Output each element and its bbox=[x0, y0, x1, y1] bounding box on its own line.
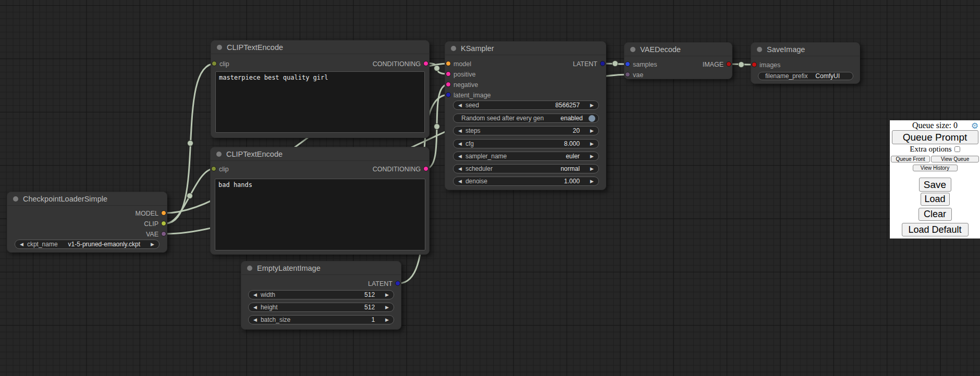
prompt-textarea[interactable]: bad hands bbox=[215, 179, 425, 250]
settings-gear-icon[interactable]: ⚙ bbox=[971, 121, 978, 131]
increment-arrow-icon[interactable]: ▶ bbox=[385, 318, 389, 322]
increment-arrow-icon[interactable]: ▶ bbox=[590, 103, 594, 108]
decrement-arrow-icon[interactable]: ◀ bbox=[458, 103, 462, 108]
increment-arrow-icon[interactable]: ▶ bbox=[590, 154, 594, 159]
link-midpoint-dot bbox=[434, 124, 440, 130]
increment-arrow-icon[interactable]: ▶ bbox=[590, 129, 594, 133]
link-midpoint-dot bbox=[612, 61, 618, 67]
view-queue-button[interactable]: View Queue bbox=[931, 156, 979, 162]
node-title-label: VAEDecode bbox=[640, 45, 681, 54]
clip-output-port[interactable] bbox=[161, 221, 166, 226]
queue-prompt-button[interactable]: Queue Prompt bbox=[892, 130, 978, 144]
collapse-dot-icon[interactable] bbox=[451, 46, 456, 51]
decrement-arrow-icon[interactable]: ◀ bbox=[253, 318, 257, 322]
node-titlebar[interactable]: CheckpointLoaderSimple bbox=[7, 192, 167, 206]
width-widget[interactable]: ◀ width 512 ▶ bbox=[248, 290, 394, 299]
filename-prefix-widget[interactable]: filename_prefix ComfyUI bbox=[758, 72, 853, 80]
decrement-arrow-icon[interactable]: ◀ bbox=[458, 129, 462, 133]
vae-output-port[interactable] bbox=[161, 231, 166, 236]
node-titlebar[interactable]: CLIPTextEncode bbox=[211, 147, 429, 161]
cfg-widget[interactable]: ◀ cfg 8.000 ▶ bbox=[453, 139, 599, 148]
image-output-port[interactable] bbox=[726, 61, 731, 67]
node-clip-text-encode-negative[interactable]: CLIPTextEncode clip CONDITIONING bad han… bbox=[210, 147, 430, 255]
node-empty-latent-image[interactable]: EmptyLatentImage LATENT ◀ width 512 ▶ ◀ … bbox=[241, 261, 401, 330]
increment-arrow-icon[interactable]: ▶ bbox=[385, 305, 389, 310]
increment-arrow-icon[interactable]: ▶ bbox=[385, 293, 389, 297]
collapse-dot-icon[interactable] bbox=[217, 45, 222, 50]
toggle-enabled-icon[interactable] bbox=[589, 115, 595, 122]
latent-output-port[interactable] bbox=[600, 61, 605, 66]
conditioning-output-port[interactable] bbox=[423, 166, 428, 171]
positive-input-port[interactable] bbox=[446, 71, 451, 77]
widget-name: width bbox=[261, 291, 275, 298]
node-titlebar[interactable]: CLIPTextEncode bbox=[211, 41, 429, 54]
decrement-arrow-icon[interactable]: ◀ bbox=[458, 179, 462, 184]
input-slot-label: latent_image bbox=[454, 92, 491, 99]
extra-options-checkbox[interactable] bbox=[954, 146, 960, 152]
increment-arrow-icon[interactable]: ▶ bbox=[151, 242, 154, 247]
widget-value: v1-5-pruned-emaonly.ckpt bbox=[68, 241, 141, 248]
batch-size-widget[interactable]: ◀ batch_size 1 ▶ bbox=[248, 315, 394, 324]
negative-input-port[interactable] bbox=[446, 82, 451, 87]
decrement-arrow-icon[interactable]: ◀ bbox=[253, 293, 257, 297]
queue-front-button[interactable]: Queue Front bbox=[891, 156, 930, 162]
collapse-dot-icon[interactable] bbox=[247, 266, 252, 271]
images-input-port[interactable] bbox=[752, 62, 757, 67]
node-ksampler[interactable]: KSampler model LATENT positive negative … bbox=[445, 41, 606, 190]
node-save-image[interactable]: SaveImage images filename_prefix ComfyUI bbox=[751, 42, 860, 84]
collapse-dot-icon[interactable] bbox=[630, 47, 635, 52]
increment-arrow-icon[interactable]: ▶ bbox=[590, 179, 594, 184]
latent-output-port[interactable] bbox=[395, 281, 400, 286]
sampler-name-widget[interactable]: ◀ sampler_name euler ▶ bbox=[453, 152, 599, 161]
widget-name: sampler_name bbox=[466, 153, 507, 160]
prompt-textarea[interactable]: masterpiece best quality girl bbox=[215, 71, 425, 133]
decrement-arrow-icon[interactable]: ◀ bbox=[253, 305, 257, 310]
increment-arrow-icon[interactable]: ▶ bbox=[590, 167, 594, 171]
conditioning-output-port[interactable] bbox=[423, 61, 428, 66]
clear-button[interactable]: Clear bbox=[918, 208, 952, 221]
seed-widget[interactable]: ◀ seed 8566257 ▶ bbox=[453, 101, 599, 110]
decrement-arrow-icon[interactable]: ◀ bbox=[458, 167, 462, 171]
collapse-dot-icon[interactable] bbox=[13, 196, 18, 202]
output-slot-label: CONDITIONING bbox=[373, 166, 421, 173]
denoise-widget[interactable]: ◀ denoise 1.000 ▶ bbox=[453, 177, 599, 186]
decrement-arrow-icon[interactable]: ◀ bbox=[458, 142, 462, 146]
input-slot-label: clip bbox=[219, 166, 229, 173]
vae-input-port[interactable] bbox=[625, 72, 630, 77]
steps-widget[interactable]: ◀ steps 20 ▶ bbox=[453, 126, 599, 135]
widget-value: 1.000 bbox=[564, 178, 580, 185]
node-clip-text-encode-positive[interactable]: CLIPTextEncode clip CONDITIONING masterp… bbox=[211, 40, 430, 138]
node-titlebar[interactable]: VAEDecode bbox=[624, 43, 732, 56]
samples-input-port[interactable] bbox=[625, 61, 630, 67]
view-history-button[interactable]: View History bbox=[913, 165, 958, 171]
collapse-dot-icon[interactable] bbox=[216, 152, 222, 157]
model-output-port[interactable] bbox=[161, 210, 166, 216]
output-slot-label: CLIP bbox=[144, 220, 158, 228]
node-titlebar[interactable]: KSampler bbox=[445, 42, 606, 55]
clip-input-port[interactable] bbox=[211, 166, 216, 171]
random-seed-toggle-widget[interactable]: Random seed after every gen enabled bbox=[453, 114, 599, 123]
widget-value: 20 bbox=[573, 127, 580, 134]
node-titlebar[interactable]: SaveImage bbox=[751, 43, 860, 56]
height-widget[interactable]: ◀ height 512 ▶ bbox=[248, 303, 394, 312]
decrement-arrow-icon[interactable]: ◀ bbox=[458, 154, 462, 159]
widget-name: height bbox=[261, 304, 278, 311]
increment-arrow-icon[interactable]: ▶ bbox=[590, 142, 594, 146]
node-titlebar[interactable]: EmptyLatentImage bbox=[241, 261, 401, 275]
widget-value: euler bbox=[566, 153, 580, 160]
node-vae-decode[interactable]: VAEDecode samples IMAGE vae bbox=[624, 42, 732, 79]
load-default-button[interactable]: Load Default bbox=[902, 223, 969, 236]
ckpt-name-widget[interactable]: ◀ ckpt_name v1-5-pruned-emaonly.ckpt ▶ bbox=[15, 240, 160, 249]
load-button[interactable]: Load bbox=[921, 193, 950, 206]
decrement-arrow-icon[interactable]: ◀ bbox=[20, 242, 23, 247]
widget-name: ckpt_name bbox=[27, 241, 58, 248]
save-button[interactable]: Save bbox=[919, 178, 951, 192]
latent-image-input-port[interactable] bbox=[446, 92, 451, 97]
widget-value: ComfyUI bbox=[815, 72, 840, 80]
node-checkpoint-loader-simple[interactable]: CheckpointLoaderSimple MODEL CLIP VAE ◀ … bbox=[7, 192, 167, 253]
clip-input-port[interactable] bbox=[212, 61, 217, 66]
scheduler-widget[interactable]: ◀ scheduler normal ▶ bbox=[453, 164, 599, 173]
collapse-dot-icon[interactable] bbox=[757, 47, 762, 52]
link-midpoint-dot bbox=[188, 141, 193, 146]
model-input-port[interactable] bbox=[446, 61, 451, 66]
